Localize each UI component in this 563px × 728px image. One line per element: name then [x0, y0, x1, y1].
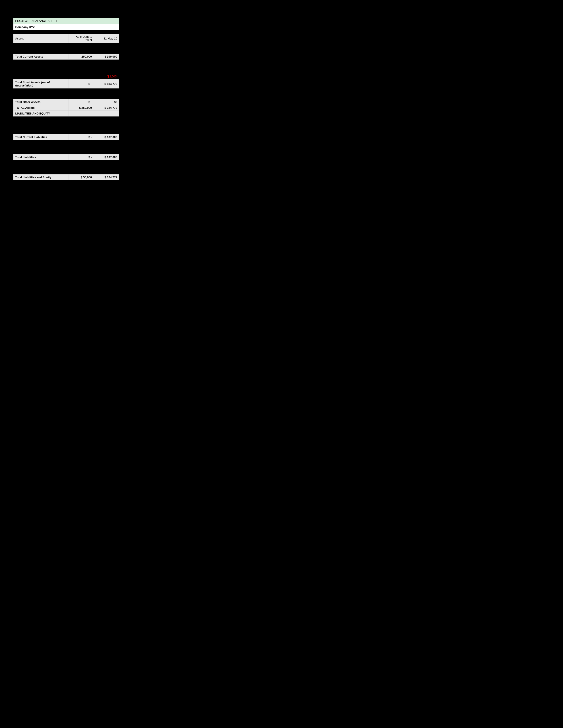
total-fixed-assets-val1: $ -	[68, 79, 94, 88]
total-current-liabilities-val1: $ -	[68, 134, 94, 140]
total-assets-val2: $ 324,772	[94, 105, 119, 111]
total-other-assets-label: Total Other Assets	[13, 99, 68, 105]
total-liabilities-equity-val1: $ 50,000	[68, 174, 94, 180]
liabilities-header-val1	[68, 111, 94, 116]
fixed-assets-note-table: ($2,000)	[13, 74, 119, 79]
total-liabilities-equity-row: Total Liabilities and Equity $ 50,000 $ …	[13, 174, 119, 180]
total-current-assets-row: Total Current Assets 250,000 $ 190,000	[13, 54, 119, 60]
total-current-liabilities-label: Total Current Liabilities	[13, 134, 68, 140]
total-liabilities-equity-label: Total Liabilities and Equity	[13, 174, 68, 180]
total-liabilities-equity-val2: $ 324,772	[94, 174, 119, 180]
fixed-assets-note-row: ($2,000)	[13, 74, 119, 79]
total-assets-row: TOTAL Assets $ 250,000 $ 324,772	[13, 105, 119, 111]
total-fixed-assets-label: Total Fixed Assets (net of depreciation)	[13, 79, 68, 88]
total-current-assets-label: Total Current Assets	[13, 54, 68, 60]
total-fixed-assets-label-text: Total Fixed Assets	[15, 81, 40, 84]
company-name: Company XYZ	[13, 24, 119, 30]
liabilities-header-val2	[94, 111, 119, 116]
total-liabilities-row: Total Liabilities $ - $ 137,000	[13, 154, 119, 160]
total-fixed-assets-val2: $ 134,772	[94, 79, 119, 88]
current-liabilities-table: Total Current Liabilities $ - $ 137,000	[13, 134, 119, 140]
total-current-assets-val1: 250,000	[68, 54, 94, 60]
liabilities-header-row: LIABILITIES AND EQUITY	[13, 111, 119, 116]
total-current-liabilities-val2: $ 137,000	[94, 134, 119, 140]
fixed-assets-table: Total Fixed Assets (net of depreciation)…	[13, 79, 119, 88]
assets-label: Assets	[13, 34, 68, 43]
fixed-assets-note-empty2	[68, 74, 94, 79]
col1-header: As of June 1 2009	[68, 34, 94, 43]
total-other-assets-val1: $ -	[68, 99, 94, 105]
total-current-liabilities-row: Total Current Liabilities $ - $ 137,000	[13, 134, 119, 140]
total-fixed-assets-row: Total Fixed Assets (net of depreciation)…	[13, 79, 119, 88]
total-liabilities-label: Total Liabilities	[13, 154, 68, 160]
total-assets-label: TOTAL Assets	[13, 105, 68, 111]
total-liabilities-val2: $ 137,000	[94, 154, 119, 160]
page-container: PROJECTED BALANCE SHEET Company XYZ Asse…	[13, 18, 119, 180]
sheet-title: PROJECTED BALANCE SHEET	[13, 18, 119, 24]
total-other-assets-val2: $0	[94, 99, 119, 105]
total-liabilities-val1: $ -	[68, 154, 94, 160]
current-assets-table: Total Current Assets 250,000 $ 190,000	[13, 54, 119, 60]
total-current-assets-val2: $ 190,000	[94, 54, 119, 60]
liabilities-equity-table: Total Liabilities and Equity $ 50,000 $ …	[13, 174, 119, 180]
total-other-assets-row: Total Other Assets $ - $0	[13, 99, 119, 105]
header-table: Assets As of June 1 2009 31-May-10	[13, 34, 119, 43]
title-block: PROJECTED BALANCE SHEET Company XYZ	[13, 18, 119, 30]
fixed-assets-note-empty	[13, 74, 68, 79]
header-row: Assets As of June 1 2009 31-May-10	[13, 34, 119, 43]
other-assets-table: Total Other Assets $ - $0 TOTAL Assets $…	[13, 99, 119, 116]
liabilities-header-label: LIABILITIES AND EQUITY	[13, 111, 68, 116]
liabilities-table: Total Liabilities $ - $ 137,000	[13, 154, 119, 160]
col2-header: 31-May-10	[94, 34, 119, 43]
fixed-assets-note: ($2,000)	[94, 74, 119, 79]
total-assets-val1: $ 250,000	[68, 105, 94, 111]
